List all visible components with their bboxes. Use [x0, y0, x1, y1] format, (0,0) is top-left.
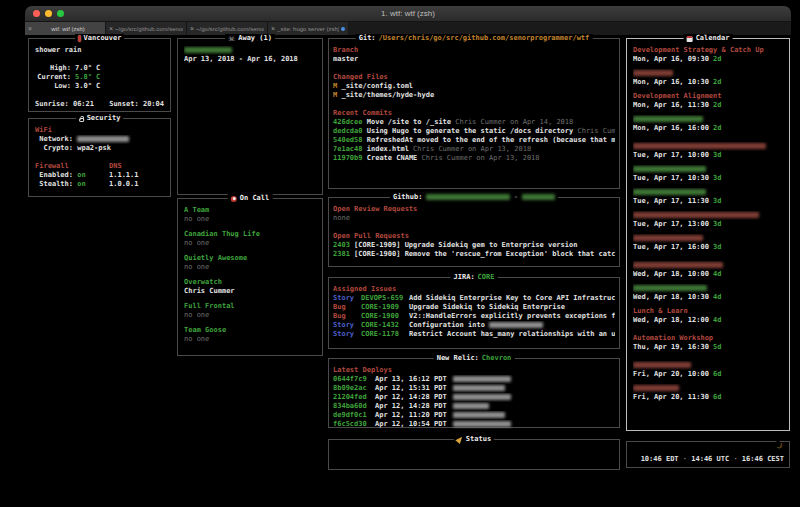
- commit-hash: dedcda0: [333, 127, 363, 135]
- event-datetime: Tue, Apr 17, 10:30: [633, 174, 709, 182]
- panel-title-text: Security: [87, 114, 121, 123]
- close-tab-icon[interactable]: ×: [190, 25, 194, 32]
- desktop: 1. wtf: wtf (zsh) ×wtf: wtf (zsh)×~/go/s…: [0, 0, 800, 507]
- close-tab-icon[interactable]: ×: [271, 25, 275, 32]
- event-datetime: Wed, Apr 18, 10:00: [633, 270, 709, 278]
- weather-panel-title: Vancouver: [75, 34, 125, 43]
- calendar-icon: [687, 36, 693, 42]
- status-panel-title: Status: [454, 435, 494, 444]
- commit-meta: Chris Cummer on Apr 13, 2018: [422, 154, 540, 162]
- event-time: Tue, Apr 17, 13:00 3d: [633, 220, 783, 229]
- panel-security[interactable]: Security WiFi Network: Crypto: wpa2-psk …: [28, 118, 171, 197]
- setting-label: Enabled:: [35, 171, 73, 180]
- github-panel-title: Github: -: [390, 193, 558, 202]
- panel-github[interactable]: Github: - Open Review Requests none Open…: [328, 197, 620, 267]
- event-title: [633, 284, 783, 293]
- commit-hash: 11970b9: [333, 154, 363, 162]
- temp-label: High:: [35, 64, 71, 73]
- oncall-team: Canadian Thug Lifeno one: [184, 230, 316, 248]
- event-countdown: 4d: [713, 316, 721, 324]
- commit-meta: Chris Cummer on Apr 14, 2018: [455, 118, 573, 126]
- deploy-author-redacted: [453, 412, 505, 418]
- file-path: _site/config.toml: [341, 82, 413, 90]
- event-title-redacted: [633, 235, 703, 241]
- event-title-redacted: [633, 143, 766, 149]
- panel-weather[interactable]: Vancouver shower rain High:7.0° CCurrent…: [28, 38, 171, 112]
- event-time: Mon, Apr 16, 16:00 2d: [633, 124, 783, 133]
- panel-title-text: Away (1): [238, 34, 272, 43]
- calendar-event: Wed, Apr 18, 10:30 4d: [633, 284, 783, 302]
- latest-deploys-header: Latest Deploys: [333, 366, 615, 375]
- calendar-event: Mon, Apr 16, 16:00 2d: [633, 115, 783, 133]
- calendar-event: Tue, Apr 17, 16:00 3d: [633, 234, 783, 252]
- team-name: Overwatch: [184, 278, 316, 287]
- newrelic-panel-title: New Relic: Chevron: [434, 354, 515, 363]
- terminal-tab[interactable]: ×_site: hugo server (zsh): [268, 22, 349, 35]
- security-rows: Enabled: on1.1.1.1Stealth: on1.0.0.1: [35, 171, 164, 189]
- temp-value: 5.8° C: [75, 73, 100, 82]
- weather-temp-row: Current:5.8° C: [35, 73, 164, 82]
- commit-row: 426dcee Move /site to /_site Chris Cumme…: [333, 118, 615, 127]
- zoom-window-button[interactable]: [57, 10, 64, 17]
- panel-title-text: Calendar: [696, 34, 730, 43]
- setting-label: Stealth:: [35, 180, 73, 189]
- deploy-author-redacted: [453, 394, 511, 400]
- panel-jira[interactable]: JIRA: CORE Assigned Issues StoryDEVOPS-6…: [328, 277, 620, 349]
- commit-message: RefreshedAt moved to the end of the refr…: [367, 136, 615, 144]
- event-title: Lunch & Learn: [633, 307, 783, 316]
- deploy-row: 21204fedApr 12, 14:28 PDT: [333, 393, 615, 402]
- temp-label: Low:: [35, 82, 71, 91]
- branch-header: Branch: [333, 46, 615, 55]
- terminal-content: Vancouver shower rain High:7.0° CCurrent…: [25, 35, 791, 501]
- alarm-icon: [231, 196, 237, 202]
- commit-hash: 540ed58: [333, 136, 363, 144]
- calendar-panel-title: Calendar: [684, 34, 733, 43]
- changed-files-header: Changed Files: [333, 73, 615, 82]
- panel-git[interactable]: Git: /Users/chris/go/src/github.com/seno…: [328, 38, 620, 189]
- panel-calendar[interactable]: Calendar Development Strategy & Catch Up…: [626, 38, 790, 431]
- panel-away[interactable]: ☠ Away (1) Apr 13, 2018 - Apr 16, 2018: [177, 38, 323, 195]
- deploy-time: Apr 12, 14:28 PDT: [375, 393, 453, 402]
- git-repo-path: /Users/chris/go/src/github.com/senorprog…: [379, 34, 590, 43]
- tab-label: ~/go/src/github.com/senor...: [196, 26, 264, 32]
- clock-separator: ·: [679, 455, 692, 463]
- issue-type: Story: [333, 321, 361, 330]
- temp-value: 7.0° C: [75, 64, 100, 73]
- close-tab-icon[interactable]: ×: [28, 25, 32, 32]
- window-titlebar[interactable]: 1. wtf: wtf (zsh): [25, 6, 791, 22]
- issue-summary: V2::HandleErrors explicitly prevents exc…: [409, 312, 615, 321]
- security-row: Stealth: on1.0.0.1: [35, 180, 164, 189]
- panel-oncall[interactable]: On Call A Teamno oneCanadian Thug Lifeno…: [177, 198, 323, 356]
- event-datetime: Wed, Apr 18, 12:00: [633, 316, 709, 324]
- panel-status[interactable]: Status: [328, 439, 620, 470]
- panel-newrelic[interactable]: New Relic: Chevron Latest Deploys 0644f7…: [328, 358, 620, 428]
- panel-clocks[interactable]: ☽ 10:46 EDT · 14:46 UTC · 16:46 CEST: [626, 441, 790, 468]
- team-name: A Team: [184, 206, 316, 215]
- changed-file: M _site/config.toml: [333, 82, 615, 91]
- clock-separator: ·: [729, 455, 742, 463]
- issue-list: StoryDEVOPS-659Add Sidekiq Enterprise Ke…: [333, 294, 615, 339]
- event-countdown: 6d: [713, 393, 721, 401]
- away-dates: Apr 13, 2018 - Apr 16, 2018: [184, 55, 316, 64]
- weather-temps: High:7.0° CCurrent:5.8° CLow:3.0° C: [35, 64, 164, 91]
- deploy-author-redacted: [453, 421, 511, 427]
- event-title-redacted: [633, 285, 707, 291]
- event-title: [633, 165, 783, 174]
- event-countdown: 4d: [713, 270, 721, 278]
- close-window-button[interactable]: [33, 10, 40, 17]
- branch-name: master: [333, 55, 615, 64]
- calendar-event: Tue, Apr 17, 11:30 3d: [633, 188, 783, 206]
- jira-title-label: JIRA:: [454, 273, 475, 282]
- calendar-event: Development AlignmentMon, Apr 16, 11:30 …: [633, 92, 783, 110]
- event-time: Tue, Apr 17, 10:30 3d: [633, 174, 783, 183]
- event-title: Development Alignment: [633, 92, 783, 101]
- minimize-window-button[interactable]: [45, 10, 52, 17]
- issue-row: StoryDEVOPS-659Add Sidekiq Enterprise Ke…: [333, 294, 615, 303]
- wifi-header: WiFi: [35, 126, 164, 135]
- close-tab-icon[interactable]: ×: [109, 25, 113, 32]
- deploy-author-redacted: [453, 403, 489, 409]
- file-path: _site/themes/hyde-hyde: [341, 91, 434, 99]
- event-title-redacted: [633, 70, 673, 76]
- repo-separator: -: [514, 193, 518, 201]
- oncall-person: no one: [184, 335, 316, 344]
